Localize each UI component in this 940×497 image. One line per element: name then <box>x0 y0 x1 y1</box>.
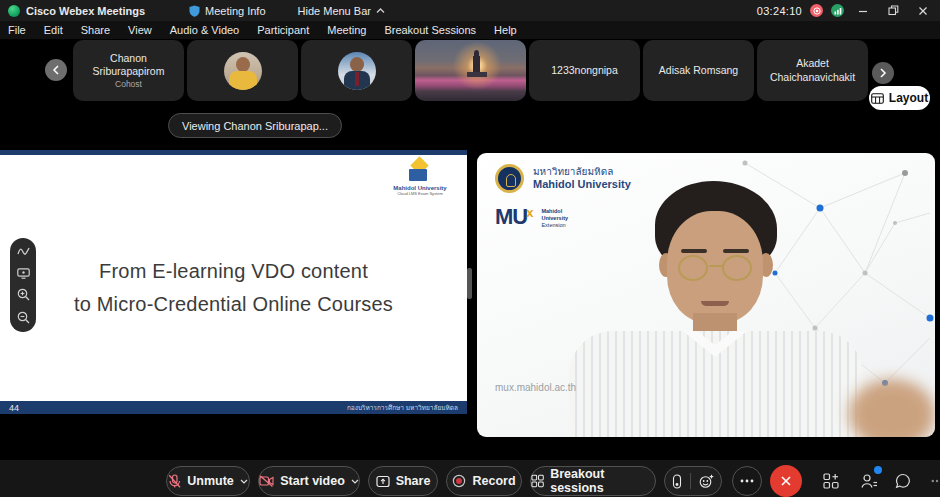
zoom-in-icon[interactable] <box>17 287 30 305</box>
chevron-down-icon[interactable] <box>351 479 359 484</box>
participant-role: Cohost <box>115 79 142 89</box>
start-video-button[interactable]: Start video <box>258 466 360 496</box>
menu-bar: File Edit Share View Audio & Video Parti… <box>0 21 940 39</box>
participant-tile[interactable] <box>187 40 298 101</box>
mux-logo: MU x Mahidol University Extension <box>495 206 568 229</box>
participant-video-tile[interactable] <box>415 40 526 101</box>
unmute-label: Unmute <box>187 474 234 488</box>
raise-hand-icon[interactable] <box>672 474 682 489</box>
viewing-status-pill: Viewing Chanon Sriburapap... <box>168 113 342 138</box>
share-button[interactable]: Share <box>368 466 438 496</box>
unmute-button[interactable]: Unmute <box>166 466 250 496</box>
participant-tile[interactable]: Chanon Sriburapapirom Cohost <box>73 40 184 101</box>
hide-menu-bar-button[interactable]: Hide Menu Bar <box>298 5 385 17</box>
chat-button[interactable] <box>892 470 914 492</box>
title-bar: Cisco Webex Meetings Meeting Info Hide M… <box>0 0 940 21</box>
mux-logo-mu: MU <box>495 206 527 228</box>
chevron-up-icon <box>376 8 385 14</box>
more-dots-icon <box>931 479 940 483</box>
meeting-clock: 03:24:10 <box>757 5 802 17</box>
chat-bubble-icon <box>895 473 911 489</box>
menu-breakout-sessions[interactable]: Breakout Sessions <box>375 24 485 36</box>
record-icon <box>452 474 466 488</box>
menu-help[interactable]: Help <box>485 24 526 36</box>
participant-filmstrip: Chanon Sriburapapirom Cohost 1233nongnip… <box>0 39 940 102</box>
participant-tile[interactable]: Adisak Romsang <box>643 40 754 101</box>
start-video-label: Start video <box>280 474 345 488</box>
speaker-glasses <box>722 255 752 281</box>
menu-audio-video[interactable]: Audio & Video <box>161 24 249 36</box>
share-screen-icon <box>376 475 390 488</box>
menu-share[interactable]: Share <box>72 24 119 36</box>
zoom-out-icon[interactable] <box>17 310 30 328</box>
menu-view[interactable]: View <box>119 24 161 36</box>
fit-to-screen-icon[interactable] <box>17 265 30 283</box>
layout-button-label: Layout <box>889 91 928 105</box>
camera-off-icon <box>259 475 274 487</box>
menu-edit[interactable]: Edit <box>35 24 72 36</box>
participant-name: Akadet Chaichanavichakit <box>757 57 868 83</box>
meeting-info-button[interactable]: Meeting Info <box>189 5 266 17</box>
layout-button[interactable]: Layout <box>869 86 930 110</box>
slide-page-number: 44 <box>9 403 19 413</box>
layout-grid-icon <box>871 93 884 104</box>
avatar <box>224 52 262 90</box>
apps-button[interactable] <box>820 470 842 492</box>
annotation-toolbar <box>10 238 36 332</box>
webex-logo-icon <box>8 5 20 17</box>
speaker-eyebrow <box>723 249 749 253</box>
share-label: Share <box>396 474 431 488</box>
speaker-mouth <box>701 301 729 306</box>
content-scrollbar-thumb[interactable] <box>467 268 472 299</box>
hide-menu-bar-label: Hide Menu Bar <box>298 5 371 17</box>
reactions-icon[interactable] <box>699 474 714 489</box>
recording-indicator-icon[interactable] <box>810 4 823 17</box>
participant-tile[interactable] <box>301 40 412 101</box>
annotate-icon[interactable] <box>17 242 30 260</box>
shared-content-slide: Mahidol University Cloud LMS Exam System… <box>0 150 467 414</box>
record-button[interactable]: Record <box>446 466 522 496</box>
slide-title: From E-learning VDO content to Micro-Cre… <box>0 255 467 321</box>
restore-button[interactable] <box>882 2 904 20</box>
filmstrip-next-button[interactable] <box>872 62 894 84</box>
app-title: Cisco Webex Meetings <box>26 5 145 17</box>
shield-icon <box>189 5 200 17</box>
chevron-down-icon[interactable] <box>240 479 248 484</box>
breakout-sessions-label: Breakout sessions <box>550 467 655 495</box>
speaker-glasses-bridge <box>709 265 723 267</box>
participant-name: Chanon Sriburapapirom <box>73 52 184 78</box>
meeting-info-label: Meeting Info <box>205 5 266 17</box>
overflow-menu-button[interactable] <box>926 470 940 492</box>
slide-footer-bar: 44 กองบริหารการศึกษา มหาวิทยาลัยมหิดล <box>0 401 467 414</box>
mux-logo-x: x <box>526 206 533 219</box>
participants-button[interactable] <box>858 470 880 492</box>
mux-logo-text: Mahidol University Extension <box>541 208 568 229</box>
speaker-video: มหาวิทยาลัยมหิดล Mahidol University MU x… <box>477 153 935 437</box>
menu-meeting[interactable]: Meeting <box>318 24 375 36</box>
leave-meeting-button[interactable] <box>770 465 802 497</box>
menu-file[interactable]: File <box>0 24 35 36</box>
avatar <box>338 52 376 90</box>
participant-name: Adisak Romsang <box>655 64 742 77</box>
participant-tile[interactable]: 1233nongnipa <box>529 40 640 101</box>
participant-tile[interactable]: Akadet Chaichanavichakit <box>757 40 868 101</box>
video-watermark-url: mux.mahidol.ac.th <box>495 382 576 393</box>
apps-grid-plus-icon <box>823 473 839 489</box>
slide-title-line2: to Micro-Credential Online Courses <box>0 288 467 321</box>
minimize-button[interactable] <box>852 2 874 20</box>
participant-name: 1233nongnipa <box>547 64 622 77</box>
breakout-sessions-button[interactable]: Breakout sessions <box>530 466 656 496</box>
mahidol-thai-name: มหาวิทยาลัยมหิดล <box>533 166 631 178</box>
close-button[interactable] <box>912 2 934 20</box>
more-options-button[interactable] <box>732 466 762 496</box>
connection-indicator-icon[interactable] <box>831 4 844 17</box>
mahidol-seal-icon <box>495 164 524 193</box>
viewing-status-label: Viewing Chanon Sriburapap... <box>182 120 328 132</box>
sunset-monument-base <box>467 72 487 77</box>
filmstrip-prev-button[interactable] <box>45 59 67 81</box>
speaker-eyebrow <box>681 249 707 253</box>
more-dots-icon <box>740 479 754 483</box>
menu-participant[interactable]: Participant <box>248 24 318 36</box>
participants-icon <box>861 473 878 489</box>
slide-title-line1: From E-learning VDO content <box>0 255 467 288</box>
